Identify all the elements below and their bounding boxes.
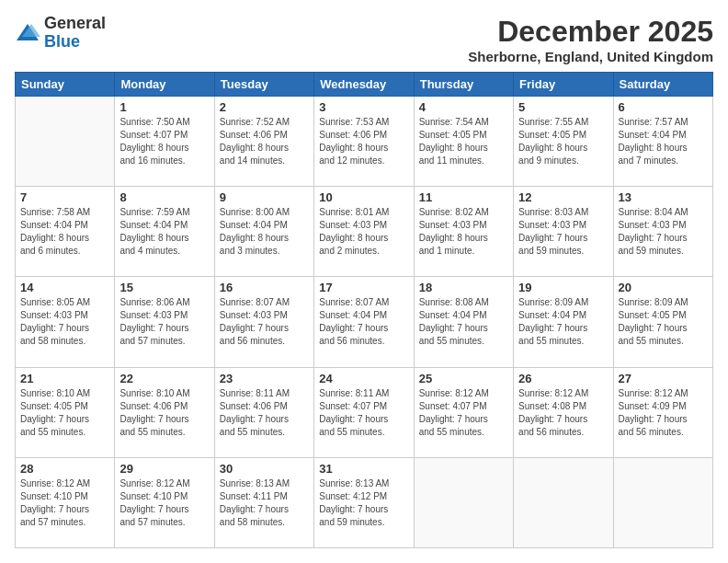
day-number: 19 xyxy=(518,281,608,294)
logo-general: General xyxy=(44,14,106,32)
week-row-0: 1Sunrise: 7:50 AM Sunset: 4:07 PM Daylig… xyxy=(16,97,713,187)
day-cell: 15Sunrise: 8:06 AM Sunset: 4:03 PM Dayli… xyxy=(115,277,214,367)
day-cell: 21Sunrise: 8:10 AM Sunset: 4:05 PM Dayli… xyxy=(16,367,115,457)
day-number: 4 xyxy=(419,100,508,114)
day-number: 26 xyxy=(518,372,608,385)
day-info: Sunrise: 8:09 AM Sunset: 4:05 PM Dayligh… xyxy=(619,296,708,348)
day-info: Sunrise: 8:12 AM Sunset: 4:09 PM Dayligh… xyxy=(619,387,708,439)
day-info: Sunrise: 7:52 AM Sunset: 4:06 PM Dayligh… xyxy=(220,116,309,167)
day-number: 18 xyxy=(419,281,508,294)
day-number: 27 xyxy=(619,372,708,385)
day-cell: 6Sunrise: 7:57 AM Sunset: 4:04 PM Daylig… xyxy=(613,97,712,187)
day-cell: 28Sunrise: 8:12 AM Sunset: 4:10 PM Dayli… xyxy=(16,457,115,547)
day-info: Sunrise: 7:53 AM Sunset: 4:06 PM Dayligh… xyxy=(319,116,408,167)
day-info: Sunrise: 8:04 AM Sunset: 4:03 PM Dayligh… xyxy=(619,206,708,258)
col-wednesday: Wednesday xyxy=(314,73,414,97)
day-info: Sunrise: 8:03 AM Sunset: 4:03 PM Dayligh… xyxy=(518,206,608,258)
day-number: 3 xyxy=(319,100,408,114)
col-tuesday: Tuesday xyxy=(214,73,313,97)
logo-text: General Blue xyxy=(44,15,106,52)
day-info: Sunrise: 8:02 AM Sunset: 4:03 PM Dayligh… xyxy=(419,206,508,258)
day-cell: 16Sunrise: 8:07 AM Sunset: 4:03 PM Dayli… xyxy=(214,277,313,367)
day-number: 22 xyxy=(119,372,209,385)
day-number: 24 xyxy=(319,372,408,385)
day-number: 30 xyxy=(220,462,309,476)
calendar-header-row: Sunday Monday Tuesday Wednesday Thursday… xyxy=(16,73,713,97)
logo-blue: Blue xyxy=(44,32,80,51)
day-info: Sunrise: 8:12 AM Sunset: 4:08 PM Dayligh… xyxy=(518,387,608,439)
day-cell: 26Sunrise: 8:12 AM Sunset: 4:08 PM Dayli… xyxy=(514,367,613,457)
day-cell: 11Sunrise: 8:02 AM Sunset: 4:03 PM Dayli… xyxy=(414,187,513,277)
day-info: Sunrise: 8:12 AM Sunset: 4:07 PM Dayligh… xyxy=(419,387,508,439)
day-number: 13 xyxy=(619,190,708,204)
day-cell: 20Sunrise: 8:09 AM Sunset: 4:05 PM Dayli… xyxy=(613,277,712,367)
month-year: December 2025 xyxy=(468,15,713,49)
day-number: 11 xyxy=(419,190,508,204)
day-cell: 25Sunrise: 8:12 AM Sunset: 4:07 PM Dayli… xyxy=(414,367,513,457)
day-info: Sunrise: 8:10 AM Sunset: 4:05 PM Dayligh… xyxy=(20,387,109,439)
day-info: Sunrise: 8:10 AM Sunset: 4:06 PM Dayligh… xyxy=(119,387,209,439)
day-cell: 5Sunrise: 7:55 AM Sunset: 4:05 PM Daylig… xyxy=(514,97,613,187)
day-cell: 23Sunrise: 8:11 AM Sunset: 4:06 PM Dayli… xyxy=(214,367,313,457)
location: Sherborne, England, United Kingdom xyxy=(468,49,713,64)
day-cell: 24Sunrise: 8:11 AM Sunset: 4:07 PM Dayli… xyxy=(314,367,414,457)
page: General Blue December 2025 Sherborne, En… xyxy=(0,0,728,563)
day-number: 25 xyxy=(419,372,508,385)
day-cell: 30Sunrise: 8:13 AM Sunset: 4:11 PM Dayli… xyxy=(214,457,313,547)
day-cell xyxy=(514,457,613,547)
col-thursday: Thursday xyxy=(414,73,513,97)
logo: General Blue xyxy=(15,15,106,52)
day-cell: 1Sunrise: 7:50 AM Sunset: 4:07 PM Daylig… xyxy=(115,97,214,187)
day-info: Sunrise: 8:09 AM Sunset: 4:04 PM Dayligh… xyxy=(518,296,608,348)
col-monday: Monday xyxy=(115,73,214,97)
day-number: 6 xyxy=(619,100,708,114)
day-info: Sunrise: 7:59 AM Sunset: 4:04 PM Dayligh… xyxy=(119,206,209,258)
title-block: December 2025 Sherborne, England, United… xyxy=(468,15,713,64)
day-info: Sunrise: 8:08 AM Sunset: 4:04 PM Dayligh… xyxy=(419,296,508,348)
day-cell: 19Sunrise: 8:09 AM Sunset: 4:04 PM Dayli… xyxy=(514,277,613,367)
day-info: Sunrise: 8:06 AM Sunset: 4:03 PM Dayligh… xyxy=(119,296,209,348)
day-cell: 9Sunrise: 8:00 AM Sunset: 4:04 PM Daylig… xyxy=(214,187,313,277)
week-row-3: 21Sunrise: 8:10 AM Sunset: 4:05 PM Dayli… xyxy=(16,367,713,457)
day-cell xyxy=(613,457,712,547)
col-saturday: Saturday xyxy=(613,73,712,97)
day-info: Sunrise: 8:07 AM Sunset: 4:03 PM Dayligh… xyxy=(220,296,309,348)
day-number: 1 xyxy=(119,100,209,114)
day-cell: 17Sunrise: 8:07 AM Sunset: 4:04 PM Dayli… xyxy=(314,277,414,367)
day-cell: 4Sunrise: 7:54 AM Sunset: 4:05 PM Daylig… xyxy=(414,97,513,187)
day-info: Sunrise: 8:12 AM Sunset: 4:10 PM Dayligh… xyxy=(119,477,209,529)
day-number: 2 xyxy=(220,100,309,114)
day-info: Sunrise: 7:55 AM Sunset: 4:05 PM Dayligh… xyxy=(518,116,608,167)
day-cell: 7Sunrise: 7:58 AM Sunset: 4:04 PM Daylig… xyxy=(16,187,115,277)
header: General Blue December 2025 Sherborne, En… xyxy=(15,15,713,64)
day-number: 14 xyxy=(20,281,109,294)
day-info: Sunrise: 8:07 AM Sunset: 4:04 PM Dayligh… xyxy=(319,296,408,348)
day-cell: 8Sunrise: 7:59 AM Sunset: 4:04 PM Daylig… xyxy=(115,187,214,277)
day-number: 5 xyxy=(518,100,608,114)
day-number: 29 xyxy=(119,462,209,476)
day-cell xyxy=(414,457,513,547)
week-row-1: 7Sunrise: 7:58 AM Sunset: 4:04 PM Daylig… xyxy=(16,187,713,277)
day-cell: 10Sunrise: 8:01 AM Sunset: 4:03 PM Dayli… xyxy=(314,187,414,277)
day-number: 23 xyxy=(220,372,309,385)
day-number: 12 xyxy=(518,190,608,204)
day-info: Sunrise: 8:00 AM Sunset: 4:04 PM Dayligh… xyxy=(220,206,309,258)
week-row-4: 28Sunrise: 8:12 AM Sunset: 4:10 PM Dayli… xyxy=(16,457,713,547)
day-cell: 13Sunrise: 8:04 AM Sunset: 4:03 PM Dayli… xyxy=(613,187,712,277)
day-cell: 29Sunrise: 8:12 AM Sunset: 4:10 PM Dayli… xyxy=(115,457,214,547)
day-number: 21 xyxy=(20,372,109,385)
day-cell: 22Sunrise: 8:10 AM Sunset: 4:06 PM Dayli… xyxy=(115,367,214,457)
day-info: Sunrise: 7:58 AM Sunset: 4:04 PM Dayligh… xyxy=(20,206,109,258)
logo-icon xyxy=(15,20,40,46)
day-cell: 31Sunrise: 8:13 AM Sunset: 4:12 PM Dayli… xyxy=(314,457,414,547)
day-info: Sunrise: 8:12 AM Sunset: 4:10 PM Dayligh… xyxy=(20,477,109,529)
day-cell: 18Sunrise: 8:08 AM Sunset: 4:04 PM Dayli… xyxy=(414,277,513,367)
day-cell: 3Sunrise: 7:53 AM Sunset: 4:06 PM Daylig… xyxy=(314,97,414,187)
day-info: Sunrise: 8:11 AM Sunset: 4:06 PM Dayligh… xyxy=(220,387,309,439)
day-number: 17 xyxy=(319,281,408,294)
day-cell: 12Sunrise: 8:03 AM Sunset: 4:03 PM Dayli… xyxy=(514,187,613,277)
day-number: 7 xyxy=(20,190,109,204)
day-cell: 14Sunrise: 8:05 AM Sunset: 4:03 PM Dayli… xyxy=(16,277,115,367)
day-number: 8 xyxy=(119,190,209,204)
day-info: Sunrise: 7:50 AM Sunset: 4:07 PM Dayligh… xyxy=(119,116,209,167)
